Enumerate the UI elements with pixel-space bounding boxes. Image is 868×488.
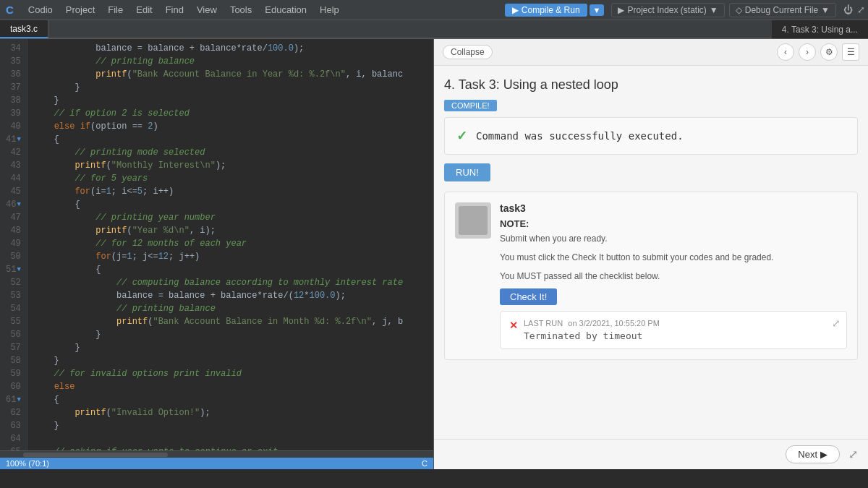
expand-icon[interactable]: ⤢ [857,4,865,15]
right-panel-wrapper: Collapse ‹ › ⚙ ☰ 4. Task 3: Using a nest… [434,39,868,469]
right-panel: Collapse ‹ › ⚙ ☰ 4. Task 3: Using a nest… [434,39,868,469]
last-run-header: ✕ LAST RUN on 3/2/2021, 10:55:20 PM Term… [509,319,838,341]
note-line-1: Submit when you are ready. [500,232,847,245]
last-run-date: on 3/2/2021, 10:55:20 PM [568,319,660,328]
error-x-icon: ✕ [509,320,518,331]
project-index-button[interactable]: ▶ Project Index (static) ▼ [611,3,724,17]
next-label: Next [798,449,817,460]
task-icon-inner [459,206,488,235]
tab-task3-right-label: 4. Task 3: Using a... [782,25,858,35]
compile-section: COMPILE! ✓ Command was successfully exec… [444,100,858,155]
tab-task3c[interactable]: task3.c [0,20,48,38]
code-content[interactable]: balance = balance + balance*rate/100.0);… [27,39,433,450]
menu-project[interactable]: Project [60,3,101,17]
menu-help[interactable]: Help [314,3,345,17]
project-index-label: Project Index (static) [627,5,706,15]
last-run-meta: LAST RUN on 3/2/2021, 10:55:20 PM [524,319,660,328]
check-it-button[interactable]: Check It! [500,288,557,305]
right-scroll-area[interactable]: 4. Task 3: Using a nested loop COMPILE! … [434,66,868,439]
compile-run-button[interactable]: ▶ Compile & Run [505,4,587,17]
compile-dropdown-button[interactable]: ▼ [590,4,605,16]
debug-icon: ◇ [736,5,742,15]
task-icon [455,202,491,239]
debug-label: Debug Current File [745,5,818,15]
nav-prev-button[interactable]: ‹ [777,43,794,61]
debug-arrow: ▼ [821,5,830,15]
code-area: 3435363738 3940 41▼ 42434445 46▼ 4748495… [0,39,433,450]
nav-next-button[interactable]: › [799,43,816,61]
right-footer: Next ▶ ⤢ [434,439,868,469]
line-numbers: 3435363738 3940 41▼ 42434445 46▼ 4748495… [0,39,27,450]
run-button[interactable]: RUN! [444,163,490,181]
debug-button[interactable]: ◇ Debug Current File ▼ [729,3,836,17]
last-run-box: ✕ LAST RUN on 3/2/2021, 10:55:20 PM Term… [500,311,847,349]
app-logo: C [3,4,17,16]
note-line-3: You MUST passed all the checklist below. [500,270,847,283]
compile-run-label: Compile & Run [522,5,580,15]
task-info-box: task3 NOTE: Submit when you are ready. Y… [444,192,858,360]
project-index-arrow: ▼ [710,5,718,15]
note-label: NOTE: [500,218,847,229]
next-arrow-icon: ▶ [820,449,827,460]
collapse-button[interactable]: Collapse [443,45,493,59]
tab-bar: task3.c 4. Task 3: Using a... [0,20,868,39]
menu-edit[interactable]: Edit [130,3,158,17]
next-button[interactable]: Next ▶ [786,445,840,463]
tab-task3-right[interactable]: 4. Task 3: Using a... [772,20,868,38]
power-icon[interactable]: ⏻ [843,4,853,15]
task-title: 4. Task 3: Using a nested loop [444,77,858,93]
editor-horizontal-scrollbar[interactable] [0,450,433,458]
menu-view[interactable]: View [191,3,223,17]
note-line-2: You must click the Check It button to su… [500,251,847,264]
menu-codio[interactable]: Codio [22,3,59,17]
file-type: C [422,459,427,468]
menu-education[interactable]: Education [259,3,312,17]
cursor-position: 100% (70:1) [6,459,49,468]
right-panel-content: 4. Task 3: Using a nested loop COMPILE! … [434,66,868,360]
fullscreen-icon[interactable]: ⤢ [848,448,858,461]
tab-task3c-label: task3.c [10,24,38,34]
list-button[interactable]: ☰ [842,43,859,61]
static-icon: ▶ [618,5,624,15]
right-header: Collapse ‹ › ⚙ ☰ [434,39,868,66]
last-run-message: Terminated by timeout [524,330,660,341]
settings-button[interactable]: ⚙ [820,43,838,61]
editor-footer: 100% (70:1) C [0,458,433,469]
menu-tools[interactable]: Tools [224,3,258,17]
success-box: ✓ Command was successfully executed. [444,117,858,155]
code-editor: 3435363738 3940 41▼ 42434445 46▼ 4748495… [0,39,434,469]
last-run-label: LAST RUN [524,319,563,328]
play-icon: ▶ [512,5,519,15]
compile-tag: COMPILE! [444,100,497,111]
main-content: 3435363738 3940 41▼ 42434445 46▼ 4748495… [0,39,868,469]
task-info-content: task3 NOTE: Submit when you are ready. Y… [500,202,847,349]
menu-find[interactable]: Find [160,3,190,17]
scrollbar-thumb[interactable] [23,453,168,457]
success-message: Command was successfully executed. [476,130,684,142]
success-check-icon: ✓ [456,128,467,144]
menu-bar: C Codio Project File Edit Find View Tool… [0,0,868,20]
menu-file[interactable]: File [102,3,129,17]
expand-last-run-icon[interactable]: ⤢ [832,317,841,329]
task-name: task3 [500,202,847,214]
